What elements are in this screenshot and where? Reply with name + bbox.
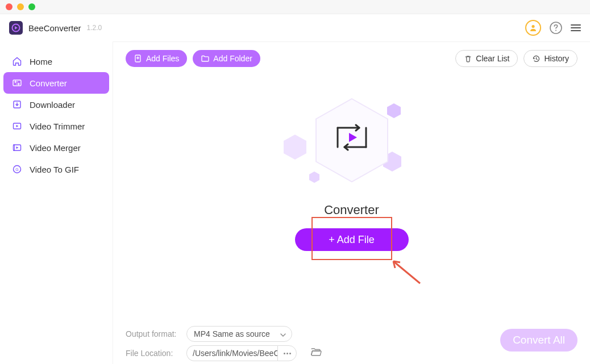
folder-open-icon — [310, 348, 322, 357]
sidebar-item-home[interactable]: Home — [3, 51, 109, 72]
chevron-down-icon — [280, 329, 286, 338]
convert-all-button[interactable]: Convert All — [500, 329, 577, 352]
svg-rect-8 — [14, 145, 15, 150]
file-location-value: /Users/link/Movies/BeeC — [186, 345, 277, 361]
file-location-more-button[interactable] — [277, 345, 297, 361]
converter-icon — [11, 77, 23, 89]
empty-state-title: Converter — [324, 203, 379, 217]
history-label: History — [544, 54, 569, 63]
convert-all-label: Convert All — [513, 334, 565, 346]
help-icon — [549, 21, 563, 35]
add-folder-button[interactable]: Add Folder — [193, 50, 260, 67]
file-plus-icon — [134, 54, 143, 63]
output-format-label: Output format: — [126, 329, 180, 338]
trash-icon — [464, 55, 472, 63]
merger-icon — [11, 142, 23, 153]
window-minimize-button[interactable] — [17, 3, 24, 10]
sidebar-item-video-trimmer[interactable]: Video Trimmer — [3, 115, 109, 137]
add-files-button[interactable]: Add Files — [126, 50, 187, 67]
sidebar-item-video-to-gif[interactable]: G Video To GIF — [3, 158, 109, 180]
window-close-button[interactable] — [6, 3, 13, 10]
dots-icon — [284, 353, 285, 354]
svg-text:G: G — [15, 168, 18, 171]
clear-list-label: Clear List — [476, 54, 509, 63]
trimmer-icon — [11, 120, 23, 132]
svg-rect-4 — [13, 80, 21, 86]
sidebar: Home Converter Downloader Video Trimmer … — [0, 41, 113, 364]
sidebar-item-video-merger[interactable]: Video Merger — [3, 137, 109, 158]
main-panel: Add Files Add Folder Clear List History — [113, 41, 590, 364]
toolbar: Add Files Add Folder Clear List History — [113, 42, 590, 75]
add-file-button[interactable]: + Add File — [295, 228, 409, 251]
account-button[interactable] — [525, 20, 541, 36]
help-button[interactable] — [548, 20, 564, 36]
app-header: BeeConverter 1.2.0 — [0, 14, 590, 41]
svg-marker-13 — [387, 103, 401, 118]
output-format-value: MP4 Same as source — [194, 329, 270, 338]
annotation-arrow — [389, 258, 423, 288]
empty-state: Converter + Add File — [113, 75, 590, 319]
window-maximize-button[interactable] — [28, 3, 35, 10]
illustration — [289, 98, 414, 189]
file-location-label: File Location: — [126, 349, 180, 358]
sidebar-item-label: Converter — [30, 78, 67, 88]
folder-plus-icon — [201, 54, 210, 63]
sidebar-item-converter[interactable]: Converter — [3, 72, 109, 94]
add-folder-label: Add Folder — [213, 54, 252, 63]
download-icon — [11, 99, 23, 110]
clear-list-button[interactable]: Clear List — [455, 50, 518, 67]
footer: Output format: MP4 Same as source File L… — [113, 319, 590, 364]
home-icon — [11, 56, 23, 67]
app-version: 1.2.0 — [87, 24, 102, 32]
svg-point-3 — [555, 30, 556, 31]
sidebar-item-label: Video To GIF — [30, 165, 79, 174]
sidebar-item-label: Video Trimmer — [30, 122, 85, 131]
history-button[interactable]: History — [523, 50, 577, 67]
menu-button[interactable] — [571, 23, 581, 33]
user-icon — [529, 23, 538, 32]
svg-point-1 — [531, 25, 534, 28]
svg-marker-12 — [284, 135, 306, 160]
open-folder-button[interactable] — [310, 348, 322, 359]
sidebar-item-label: Video Merger — [30, 143, 81, 153]
sidebar-item-label: Downloader — [30, 100, 75, 110]
add-files-label: Add Files — [146, 54, 179, 63]
app-logo — [9, 21, 23, 35]
sidebar-item-downloader[interactable]: Downloader — [3, 94, 109, 115]
app-name: BeeConverter — [28, 23, 81, 33]
add-file-label: + Add File — [329, 234, 375, 246]
history-icon — [532, 55, 541, 63]
gif-icon: G — [11, 164, 23, 175]
titlebar — [0, 0, 590, 14]
output-format-select[interactable]: MP4 Same as source — [186, 326, 292, 342]
hamburger-icon — [571, 24, 581, 26]
sidebar-item-label: Home — [30, 57, 52, 66]
